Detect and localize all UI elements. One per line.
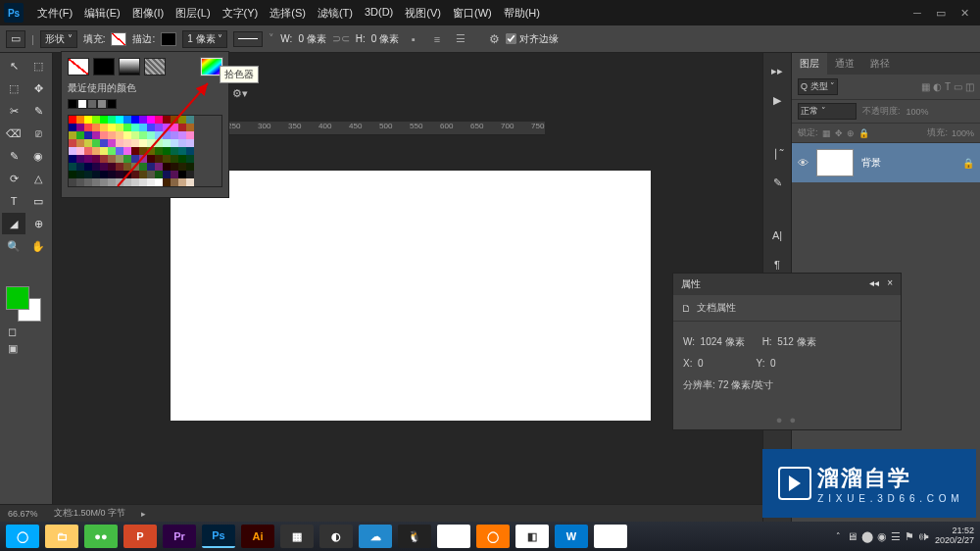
swatch[interactable] (123, 155, 131, 163)
swatch[interactable] (163, 147, 171, 155)
swatch[interactable] (186, 178, 194, 186)
swatch[interactable] (139, 178, 147, 186)
tool-button[interactable]: ◉ (26, 145, 50, 167)
taskbar-clock[interactable]: 21:52 2020/2/27 (935, 526, 974, 546)
swatch[interactable] (76, 124, 84, 131)
foreground-color-swatch[interactable] (6, 286, 29, 310)
swatch[interactable] (178, 147, 186, 155)
fill-value[interactable]: 100% (952, 128, 974, 138)
opacity-value[interactable]: 100% (906, 107, 929, 117)
swatch[interactable] (84, 171, 92, 178)
swatch[interactable] (92, 178, 100, 186)
popout-gear-icon[interactable]: ⚙▾ (232, 87, 248, 100)
swatch[interactable] (123, 116, 131, 124)
align-edges-checkbox[interactable] (506, 33, 516, 44)
swatch[interactable] (100, 163, 108, 171)
pattern-button[interactable] (144, 58, 166, 75)
swatch[interactable] (108, 178, 116, 186)
swatch[interactable] (155, 116, 163, 124)
swatch[interactable] (116, 178, 123, 186)
swatch[interactable] (84, 147, 92, 155)
swatch[interactable] (92, 163, 100, 171)
swatch[interactable] (163, 131, 171, 139)
swatch[interactable] (147, 163, 155, 171)
swatch[interactable] (76, 131, 84, 139)
swatch[interactable] (116, 124, 123, 131)
swatch[interactable] (76, 171, 84, 178)
swatch[interactable] (147, 124, 155, 131)
taskbar-app3-icon[interactable]: ◯ (476, 525, 510, 548)
align-icon[interactable]: ≡ (428, 30, 446, 48)
menu-item[interactable]: 图层(L) (170, 4, 216, 23)
swatch[interactable] (171, 171, 178, 178)
swatch[interactable] (69, 163, 76, 171)
zoom-level[interactable]: 66.67% (8, 509, 38, 519)
panel-tab[interactable]: 图层 (792, 53, 827, 75)
menu-item[interactable]: 文字(Y) (217, 4, 265, 23)
swatch[interactable] (186, 131, 194, 139)
tool-button[interactable]: ✎ (26, 100, 50, 122)
menu-item[interactable]: 滤镜(T) (312, 4, 359, 23)
panel-close-icon[interactable]: × (887, 277, 893, 291)
swatch[interactable] (163, 139, 171, 147)
swatch[interactable] (100, 178, 108, 186)
screenmode-icon[interactable]: ▣ (8, 342, 18, 355)
swatch[interactable] (123, 163, 131, 171)
swatch[interactable] (131, 171, 139, 178)
minimize-icon[interactable]: ─ (909, 5, 925, 21)
doc-size[interactable]: 文档:1.50M/0 字节 (54, 507, 126, 520)
layer-name[interactable]: 背景 (861, 156, 955, 170)
swatch[interactable] (100, 171, 108, 178)
tool-button[interactable]: T (2, 190, 25, 212)
brush-settings-icon[interactable]: ❘˜ (767, 143, 787, 163)
recent-swatch[interactable] (68, 99, 77, 109)
swatch[interactable] (92, 139, 100, 147)
swatch[interactable] (186, 171, 194, 178)
tray-icon-2[interactable]: ⬤ (861, 530, 873, 543)
paragraph-icon[interactable]: ¶ (767, 255, 787, 275)
tray-icon-3[interactable]: ◉ (877, 530, 887, 543)
filter-shape-icon[interactable]: ▭ (954, 81, 962, 92)
swatch[interactable] (163, 116, 171, 124)
swatch[interactable] (123, 178, 131, 186)
swatch[interactable] (131, 124, 139, 131)
swatch[interactable] (92, 147, 100, 155)
swatch[interactable] (69, 171, 76, 178)
arrange-icon[interactable]: ☰ (452, 30, 469, 48)
swatch[interactable] (116, 155, 123, 163)
tool-button[interactable]: ⌫ (2, 123, 25, 144)
tool-button[interactable]: ▭ (26, 190, 50, 212)
swatch[interactable] (178, 139, 186, 147)
menu-item[interactable]: 文件(F) (31, 4, 78, 23)
swatch[interactable] (155, 178, 163, 186)
swatch[interactable] (69, 124, 76, 131)
menu-item[interactable]: 选择(S) (264, 4, 312, 23)
swatch[interactable] (116, 139, 123, 147)
swatch[interactable] (108, 147, 116, 155)
taskbar-premiere-icon[interactable]: Pr (163, 525, 196, 548)
swatch[interactable] (186, 124, 194, 131)
swatch[interactable] (171, 147, 178, 155)
swatch[interactable] (84, 163, 92, 171)
swatch[interactable] (131, 163, 139, 171)
swatch[interactable] (69, 155, 76, 163)
path-ops-icon[interactable]: ▪ (405, 30, 422, 48)
tool-button[interactable]: ⟳ (2, 168, 25, 189)
swatch[interactable] (108, 155, 116, 163)
stroke-width-select[interactable]: 1 像素 ˅ (182, 30, 227, 48)
swatch[interactable] (186, 155, 194, 163)
lock-artboard-icon[interactable]: ⊕ (847, 128, 855, 138)
lock-all-icon[interactable]: 🔒 (858, 128, 869, 138)
swatch[interactable] (147, 131, 155, 139)
swatch[interactable] (171, 131, 178, 139)
tool-button[interactable]: ✥ (26, 77, 50, 99)
swatch[interactable] (139, 147, 147, 155)
menu-item[interactable]: 3D(D) (359, 4, 399, 23)
swatch[interactable] (92, 124, 100, 131)
tool-button[interactable]: △ (26, 168, 50, 189)
close-icon[interactable]: ✕ (956, 5, 972, 21)
swatch[interactable] (116, 147, 123, 155)
swatch[interactable] (163, 124, 171, 131)
swatch[interactable] (108, 116, 116, 124)
swatch[interactable] (123, 147, 131, 155)
